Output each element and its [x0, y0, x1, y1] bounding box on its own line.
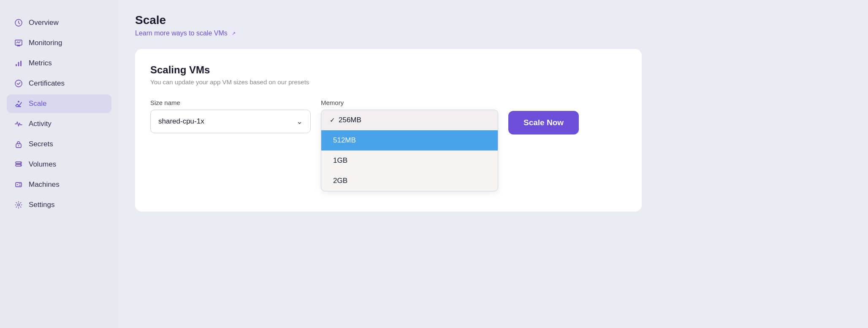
size-name-group: Size name shared-cpu-1x ⌄	[150, 99, 311, 133]
chevron-down-icon: ⌄	[296, 117, 303, 126]
secrets-icon	[14, 139, 24, 149]
svg-point-8	[18, 145, 19, 146]
memory-option-label: 2GB	[333, 177, 347, 185]
memory-option-label: 1GB	[333, 156, 347, 165]
scale-icon	[14, 99, 24, 109]
learn-link[interactable]: Learn more ways to scale VMs ↗	[135, 30, 851, 37]
svg-point-14	[17, 184, 18, 186]
memory-option-label: 256MB	[339, 116, 361, 124]
sidebar-item-label: Metrics	[29, 59, 52, 67]
metrics-icon	[14, 58, 24, 68]
memory-group: Memory ✓ 256MB 512MB 1GB	[321, 99, 498, 191]
scale-now-button[interactable]: Scale Now	[508, 111, 579, 134]
sidebar-item-metrics[interactable]: Metrics	[7, 54, 111, 73]
svg-point-6	[18, 101, 19, 102]
svg-point-5	[15, 80, 22, 87]
card-description: You can update your app VM sizes based o…	[150, 78, 627, 86]
sidebar-item-certificates[interactable]: Certificates	[7, 74, 111, 93]
memory-dropdown[interactable]: ✓ 256MB 512MB 1GB 2GB	[321, 110, 498, 191]
svg-point-15	[18, 204, 20, 206]
memory-option-512mb[interactable]: 512MB	[321, 130, 498, 151]
memory-option-label: 512MB	[333, 136, 356, 145]
scaling-card: Scaling VMs You can update your app VM s…	[135, 49, 642, 212]
memory-option-2gb[interactable]: 2GB	[321, 171, 498, 191]
card-title: Scaling VMs	[150, 64, 627, 76]
svg-point-12	[20, 165, 21, 166]
machines-icon	[14, 180, 24, 190]
main-content: Scale Learn more ways to scale VMs ↗ Sca…	[118, 0, 868, 328]
sidebar-item-label: Settings	[29, 201, 54, 209]
sidebar-item-settings[interactable]: Settings	[7, 196, 111, 214]
svg-rect-2	[16, 64, 17, 66]
size-name-select[interactable]: shared-cpu-1x ⌄	[150, 110, 311, 133]
sidebar-item-activity[interactable]: Activity	[7, 115, 111, 133]
sidebar: Overview Monitoring Metrics	[0, 0, 118, 328]
activity-icon	[14, 119, 24, 129]
sidebar-item-machines[interactable]: Machines	[7, 175, 111, 194]
sidebar-item-label: Volumes	[29, 160, 56, 169]
sidebar-item-label: Scale	[29, 99, 47, 108]
sidebar-item-scale[interactable]: Scale	[7, 94, 111, 113]
sidebar-item-label: Overview	[29, 19, 59, 27]
svg-point-11	[20, 162, 21, 163]
sidebar-item-label: Secrets	[29, 140, 53, 148]
external-link-icon: ↗	[230, 30, 238, 37]
form-row: Size name shared-cpu-1x ⌄ Memory ✓ 256MB	[150, 99, 627, 191]
page-title: Scale	[135, 13, 851, 27]
volumes-icon	[14, 159, 24, 169]
memory-label: Memory	[321, 99, 498, 106]
sidebar-item-secrets[interactable]: Secrets	[7, 135, 111, 153]
memory-option-256mb[interactable]: ✓ 256MB	[321, 110, 498, 130]
sidebar-item-label: Monitoring	[29, 39, 62, 47]
svg-rect-4	[20, 61, 22, 66]
certificates-icon	[14, 78, 24, 89]
sidebar-item-overview[interactable]: Overview	[7, 13, 111, 32]
monitoring-icon	[14, 38, 24, 48]
learn-link-text: Learn more ways to scale VMs	[135, 30, 228, 37]
settings-icon	[14, 200, 24, 210]
sidebar-item-label: Activity	[29, 120, 52, 128]
sidebar-item-volumes[interactable]: Volumes	[7, 155, 111, 174]
svg-rect-13	[16, 183, 22, 187]
check-icon: ✓	[330, 116, 335, 124]
overview-icon	[14, 18, 24, 28]
size-name-label: Size name	[150, 99, 311, 106]
memory-option-1gb[interactable]: 1GB	[321, 151, 498, 171]
sidebar-item-label: Machines	[29, 180, 60, 189]
sidebar-item-monitoring[interactable]: Monitoring	[7, 34, 111, 52]
size-name-value: shared-cpu-1x	[158, 117, 204, 126]
sidebar-item-label: Certificates	[29, 79, 65, 88]
svg-rect-3	[18, 62, 19, 66]
